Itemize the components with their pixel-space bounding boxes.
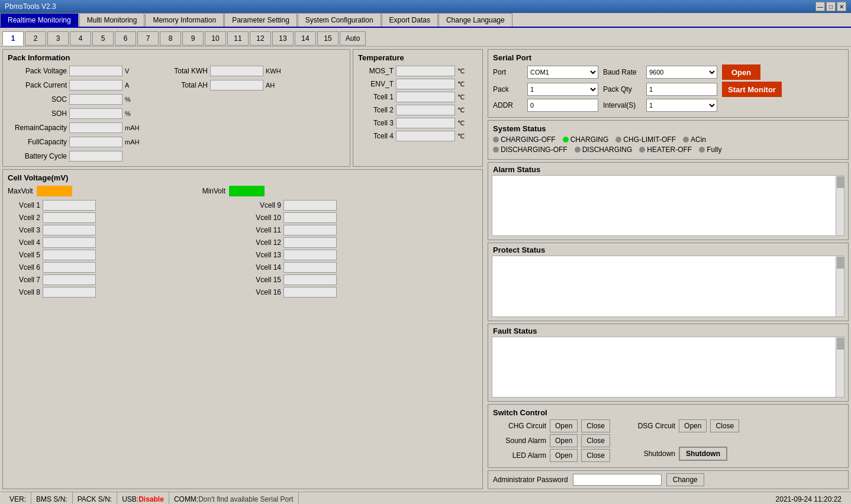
start-monitor-button[interactable]: Start Monitor <box>722 82 782 97</box>
tab-1[interactable]: 1 <box>2 31 24 46</box>
vcell1-input[interactable] <box>43 200 96 211</box>
fault-scrollbar[interactable] <box>836 337 844 397</box>
baud-rate-select[interactable]: 9600 <box>646 66 717 79</box>
tab-auto[interactable]: Auto <box>340 31 366 46</box>
vcell7-input[interactable] <box>43 274 96 285</box>
vcell14-input[interactable] <box>283 262 337 273</box>
port-select[interactable]: COM1 <box>527 66 598 79</box>
tcell2-input[interactable] <box>396 105 455 115</box>
open-button[interactable]: Open <box>722 64 760 80</box>
change-button[interactable]: Change <box>666 473 704 486</box>
interval-select[interactable]: 1 <box>646 99 717 112</box>
tcell4-input[interactable] <box>396 131 455 141</box>
admin-password-input[interactable] <box>573 474 662 486</box>
nav-change-language[interactable]: Change Language <box>439 13 512 27</box>
alarm-scrollbar[interactable] <box>836 176 844 235</box>
tab-13[interactable]: 13 <box>272 31 294 46</box>
led-alarm-close-button[interactable]: Close <box>581 449 610 462</box>
tcell1-input[interactable] <box>396 92 455 102</box>
vcell3-label: Vcell 3 <box>8 226 40 234</box>
pack-label: Pack <box>493 85 523 93</box>
tab-15[interactable]: 15 <box>317 31 339 46</box>
datetime-value: 2021-09-24 11:20:22 <box>776 495 842 503</box>
port-row: Port COM1 Baud Rate 9600 Open <box>493 64 782 80</box>
maximize-button[interactable]: □ <box>826 2 836 11</box>
chg-circuit-open-button[interactable]: Open <box>550 419 578 432</box>
sound-alarm-open-button[interactable]: Open <box>550 434 578 447</box>
vcell3-input[interactable] <box>43 225 96 235</box>
remain-capacity-row: RemainCapacity mAH <box>8 122 143 133</box>
status-acin: ACin <box>683 135 706 144</box>
usb-item: USB: Disable <box>117 492 169 504</box>
vcell4-input[interactable] <box>43 237 96 248</box>
tab-4[interactable]: 4 <box>70 31 91 46</box>
vcell8-input[interactable] <box>43 287 96 298</box>
chg-circuit-close-button[interactable]: Close <box>581 419 610 432</box>
env-t-input[interactable] <box>396 79 455 89</box>
tcell1-label: Tcell 1 <box>358 93 394 101</box>
vcell16-input[interactable] <box>283 287 337 298</box>
pack-voltage-row: Pack Voltage V <box>8 66 143 76</box>
tab-5[interactable]: 5 <box>92 31 114 46</box>
usb-label: USB: <box>122 495 138 503</box>
pack-qty-input[interactable] <box>646 83 717 96</box>
vcell11-input[interactable] <box>283 225 337 235</box>
vcell2-input[interactable] <box>43 212 96 223</box>
max-volt-box <box>37 186 72 196</box>
addr-input[interactable] <box>527 99 598 112</box>
dsg-circuit-close-button[interactable]: Close <box>710 419 739 432</box>
status-charging-off: CHARGING-OFF <box>493 135 556 144</box>
tab-10[interactable]: 10 <box>205 31 226 46</box>
pack-select[interactable]: 1 <box>527 83 598 96</box>
nav-system-configuration[interactable]: System Configuration <box>298 13 381 27</box>
vcell12-input[interactable] <box>283 237 337 248</box>
cell-right-col: Vcell 9 Vcell 10 Vcell 11 Vcell 12 <box>249 200 478 298</box>
pack-voltage-input[interactable] <box>69 66 123 76</box>
tab-7[interactable]: 7 <box>137 31 159 46</box>
nav-parameter-setting[interactable]: Parameter Setting <box>224 13 297 27</box>
fully-led <box>699 147 705 153</box>
tab-6[interactable]: 6 <box>115 31 136 46</box>
vcell9-input[interactable] <box>283 200 337 211</box>
full-capacity-input[interactable] <box>69 137 123 147</box>
led-alarm-open-button[interactable]: Open <box>550 449 578 462</box>
status-heater-off: HEATER-OFF <box>639 146 692 154</box>
remain-capacity-input[interactable] <box>69 122 123 133</box>
pack-current-input[interactable] <box>69 80 123 91</box>
battery-cycle-input[interactable] <box>69 151 123 161</box>
dsg-circuit-open-button[interactable]: Open <box>679 419 707 432</box>
vcell5-input[interactable] <box>43 250 96 260</box>
vcell13-input[interactable] <box>283 250 337 260</box>
vcell15-input[interactable] <box>283 274 337 285</box>
dsg-circuit-row: DSG Circuit Open Close <box>622 419 739 432</box>
mos-t-input[interactable] <box>396 66 455 76</box>
titlebar: PbmsTools V2.3 — □ ✕ <box>0 0 851 13</box>
tab-8[interactable]: 8 <box>160 31 181 46</box>
sound-alarm-close-button[interactable]: Close <box>581 434 610 447</box>
minimize-button[interactable]: — <box>815 2 825 11</box>
nav-export-datas[interactable]: Export Datas <box>382 13 438 27</box>
switch-right: DSG Circuit Open Close Shutdown Shutdown <box>622 419 739 464</box>
protect-scrollbar[interactable] <box>836 256 844 316</box>
shutdown-button[interactable]: Shutdown <box>679 447 727 461</box>
nav-multi-monitoring[interactable]: Multi Monitoring <box>79 13 145 27</box>
vcell6-input[interactable] <box>43 262 96 273</box>
total-ah-input[interactable] <box>210 80 263 91</box>
tab-12[interactable]: 12 <box>250 31 271 46</box>
nav-realtime-monitoring[interactable]: Realtime Monitoring <box>0 13 79 27</box>
soh-input[interactable] <box>69 108 123 119</box>
tcell3-input[interactable] <box>396 118 455 128</box>
total-kwh-input[interactable] <box>210 66 263 76</box>
tab-2[interactable]: 2 <box>25 31 46 46</box>
vcell11-label: Vcell 11 <box>249 226 281 234</box>
tab-9[interactable]: 9 <box>182 31 204 46</box>
protect-scrollbar-thumb <box>837 257 844 269</box>
tab-11[interactable]: 11 <box>227 31 249 46</box>
usb-value: Disable <box>138 495 164 503</box>
soc-input[interactable] <box>69 94 123 105</box>
close-button[interactable]: ✕ <box>837 2 846 11</box>
tab-3[interactable]: 3 <box>47 31 69 46</box>
nav-memory-information[interactable]: Memory Information <box>145 13 224 27</box>
vcell10-input[interactable] <box>283 212 337 223</box>
tab-14[interactable]: 14 <box>295 31 316 46</box>
